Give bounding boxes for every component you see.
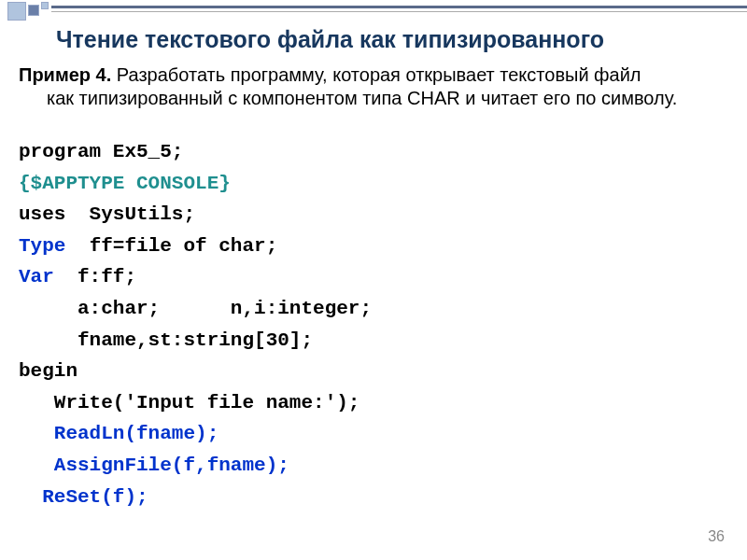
deco-square-3: [41, 2, 49, 9]
code-keyword-type: Type: [19, 235, 90, 257]
code-line-2: {$APPTYPE CONSOLE}: [19, 168, 728, 200]
code-line-11: AssignFile(f,fname);: [19, 450, 728, 482]
code-line-4: Type ff=file of char;: [19, 231, 728, 262]
deco-line-thin: [51, 11, 747, 12]
content-area: Пример 4. Разработать программу, которая…: [19, 63, 728, 512]
code-line-9: Write('Input file name:');: [19, 387, 728, 419]
code-line-12: ReSet(f);: [19, 482, 728, 513]
code-rest-5: f:ff;: [78, 266, 136, 287]
code-block: program Ex5_5; {$APPTYPE CONSOLE} uses S…: [19, 136, 728, 512]
example-text-line1: Разработать программу, которая открывает…: [111, 64, 641, 85]
slide-title: Чтение текстового файла как типизированн…: [56, 26, 738, 53]
code-line-10: ReadLn(fname);: [19, 418, 728, 450]
code-rest-4: ff=file of char;: [90, 235, 278, 257]
code-keyword-var: Var: [19, 266, 78, 287]
code-line-7: fname,st:string[30];: [19, 325, 728, 357]
page-number: 36: [708, 528, 725, 545]
code-line-6: a:char; n,i:integer;: [19, 293, 728, 325]
example-label: Пример 4.: [19, 64, 111, 85]
code-line-3: uses SysUtils;: [19, 199, 728, 231]
code-line-1: program Ex5_5;: [19, 136, 728, 168]
example-paragraph: Пример 4. Разработать программу, которая…: [19, 63, 728, 110]
code-line-8: begin: [19, 356, 728, 387]
deco-square-1: [7, 2, 26, 21]
deco-line-thick: [51, 6, 747, 8]
example-text-line2: как типизированный с компонентом типа CH…: [19, 87, 728, 110]
deco-square-2: [28, 5, 39, 16]
code-line-5: Var f:ff;: [19, 261, 728, 293]
